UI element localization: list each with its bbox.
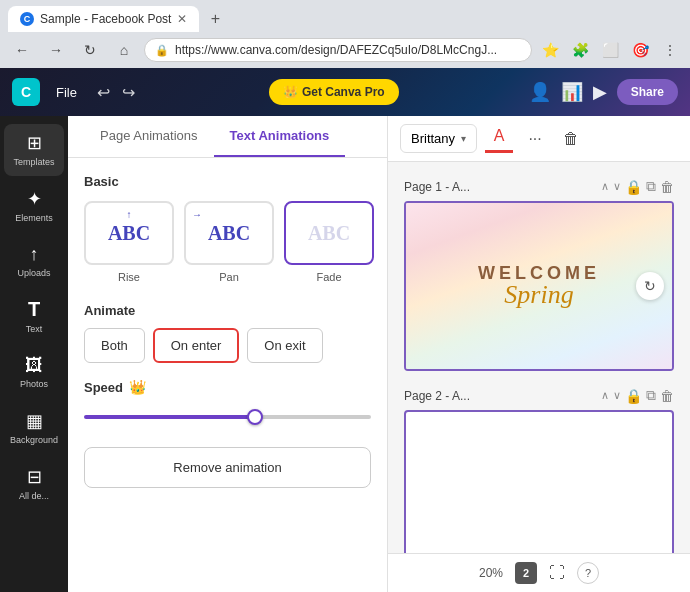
refresh-button[interactable]: ↻: [76, 36, 104, 64]
speed-slider[interactable]: [84, 415, 371, 419]
text-icon: T: [28, 298, 40, 321]
browser-profile-icon[interactable]: ⬜: [598, 38, 622, 62]
pan-arrow-icon: →: [192, 209, 202, 220]
font-name-text: Brittany: [411, 131, 455, 146]
left-sidebar: ⊞ Templates ✦ Elements ↑ Uploads T Text …: [0, 116, 68, 592]
animation-card-rise[interactable]: ↑ ABC Rise: [84, 201, 174, 283]
tab-page-animations[interactable]: Page Animations: [84, 116, 214, 157]
background-icon: ▦: [26, 410, 43, 432]
browser-extension-icon[interactable]: ⭐: [538, 38, 562, 62]
templates-icon: ⊞: [27, 132, 42, 154]
page2-down-arrow[interactable]: ∨: [613, 389, 621, 402]
spring-text: Spring: [478, 280, 600, 310]
page2-up-arrow[interactable]: ∧: [601, 389, 609, 402]
redo-button[interactable]: ↪: [118, 79, 139, 106]
file-menu[interactable]: File: [48, 81, 85, 104]
animations-panel: Page Animations Text Animations Basic ↑ …: [68, 116, 388, 592]
close-tab-button[interactable]: ✕: [177, 12, 187, 26]
help-button[interactable]: ?: [577, 562, 599, 584]
page2-copy-icon[interactable]: ⧉: [646, 387, 656, 404]
address-bar[interactable]: 🔒 https://www.canva.com/design/DAFEZCq5u…: [144, 38, 532, 62]
animation-card-fade[interactable]: ABC Fade: [284, 201, 374, 283]
page-1-canvas[interactable]: WELCOME Spring ↻: [404, 201, 674, 371]
sidebar-item-templates[interactable]: ⊞ Templates: [4, 124, 64, 176]
browser-tab[interactable]: C Sample - Facebook Post ✕: [8, 6, 199, 32]
delete-element-button[interactable]: 🗑: [557, 125, 585, 153]
elements-icon: ✦: [27, 188, 42, 210]
forward-button[interactable]: →: [42, 36, 70, 64]
canvas-area: Brittany ▾ A ··· 🗑 Page 1 - A... ∧ ∨ �: [388, 116, 690, 592]
page1-delete-icon[interactable]: 🗑: [660, 179, 674, 195]
sidebar-label-background: Background: [10, 435, 58, 446]
sidebar-item-uploads[interactable]: ↑ Uploads: [4, 236, 64, 287]
share-button[interactable]: Share: [617, 79, 678, 105]
animate-on-enter-button[interactable]: On enter: [153, 328, 240, 363]
sidebar-label-uploads: Uploads: [17, 268, 50, 279]
fullscreen-button[interactable]: ⛶: [549, 564, 565, 582]
tab-favicon: C: [20, 12, 34, 26]
new-tab-button[interactable]: +: [203, 7, 227, 31]
rise-arrow-icon: ↑: [127, 209, 132, 220]
animation-label-fade: Fade: [316, 271, 341, 283]
animation-label-pan: Pan: [219, 271, 239, 283]
sidebar-label-elements: Elements: [15, 213, 53, 224]
speed-crown-icon: 👑: [129, 379, 146, 395]
sidebar-label-photos: Photos: [20, 379, 48, 390]
page-2-canvas[interactable]: [404, 410, 674, 553]
panel-content: Basic ↑ ABC Rise → ABC: [68, 158, 387, 592]
tab-text-animations[interactable]: Text Animations: [214, 116, 346, 157]
undo-button[interactable]: ↩: [93, 79, 114, 106]
page1-copy-icon[interactable]: ⧉: [646, 178, 656, 195]
page-1-header: Page 1 - A... ∧ ∨ 🔒 ⧉ 🗑: [404, 178, 674, 195]
page-1-wrapper: Page 1 - A... ∧ ∨ 🔒 ⧉ 🗑: [404, 178, 674, 371]
welcome-spring-design: WELCOME Spring ↻: [406, 203, 672, 369]
animation-preview-rise: ↑ ABC: [84, 201, 174, 265]
page-2-title: Page 2 - A...: [404, 389, 595, 403]
tab-title: Sample - Facebook Post: [40, 12, 171, 26]
sidebar-item-text[interactable]: T Text: [4, 290, 64, 343]
page-1-title: Page 1 - A...: [404, 180, 595, 194]
sidebar-label-templates: Templates: [13, 157, 54, 168]
page-1-controls: ∧ ∨ 🔒 ⧉ 🗑: [601, 178, 674, 195]
crown-icon: 👑: [283, 85, 298, 99]
sidebar-item-all[interactable]: ⊟ All de...: [4, 458, 64, 510]
page-2-header: Page 2 - A... ∧ ∨ 🔒 ⧉ 🗑: [404, 387, 674, 404]
animation-card-pan[interactable]: → ABC Pan: [184, 201, 274, 283]
stats-icon[interactable]: 📊: [561, 81, 583, 103]
panel-tabs: Page Animations Text Animations: [68, 116, 387, 158]
uploads-icon: ↑: [30, 244, 39, 265]
page2-lock-icon[interactable]: 🔒: [625, 388, 642, 404]
page1-down-arrow[interactable]: ∨: [613, 180, 621, 193]
animation-preview-pan: → ABC: [184, 201, 274, 265]
sidebar-item-elements[interactable]: ✦ Elements: [4, 180, 64, 232]
zoom-level-text: 20%: [479, 566, 503, 580]
page-2-wrapper: Page 2 - A... ∧ ∨ 🔒 ⧉ 🗑: [404, 387, 674, 553]
home-button[interactable]: ⌂: [110, 36, 138, 64]
present-icon[interactable]: ▶: [593, 81, 607, 103]
canvas-pages: Page 1 - A... ∧ ∨ 🔒 ⧉ 🗑: [388, 162, 690, 553]
text-color-button[interactable]: A: [485, 125, 513, 153]
browser-puzzle-icon[interactable]: 🧩: [568, 38, 592, 62]
sidebar-label-all: All de...: [19, 491, 49, 502]
animate-both-button[interactable]: Both: [84, 328, 145, 363]
page2-delete-icon[interactable]: 🗑: [660, 388, 674, 404]
sidebar-label-text: Text: [26, 324, 43, 335]
animation-grid: ↑ ABC Rise → ABC Pan: [84, 201, 371, 283]
animation-preview-fade: ABC: [284, 201, 374, 265]
all-icon: ⊟: [27, 466, 42, 488]
collaborators-icon[interactable]: 👤: [529, 81, 551, 103]
back-button[interactable]: ←: [8, 36, 36, 64]
sidebar-item-background[interactable]: ▦ Background: [4, 402, 64, 454]
page1-up-arrow[interactable]: ∧: [601, 180, 609, 193]
sidebar-item-photos[interactable]: 🖼 Photos: [4, 347, 64, 398]
remove-animation-button[interactable]: Remove animation: [84, 447, 371, 488]
canvas-toolbar: Brittany ▾ A ··· 🗑: [388, 116, 690, 162]
more-options-button[interactable]: ···: [521, 125, 549, 153]
canva-pro-button[interactable]: 👑 Get Canva Pro: [269, 79, 399, 105]
browser-app-icon[interactable]: 🎯: [628, 38, 652, 62]
browser-menu-icon[interactable]: ⋮: [658, 38, 682, 62]
page1-lock-icon[interactable]: 🔒: [625, 179, 642, 195]
font-selector[interactable]: Brittany ▾: [400, 124, 477, 153]
refresh-design-button[interactable]: ↻: [636, 272, 664, 300]
animate-on-exit-button[interactable]: On exit: [247, 328, 322, 363]
